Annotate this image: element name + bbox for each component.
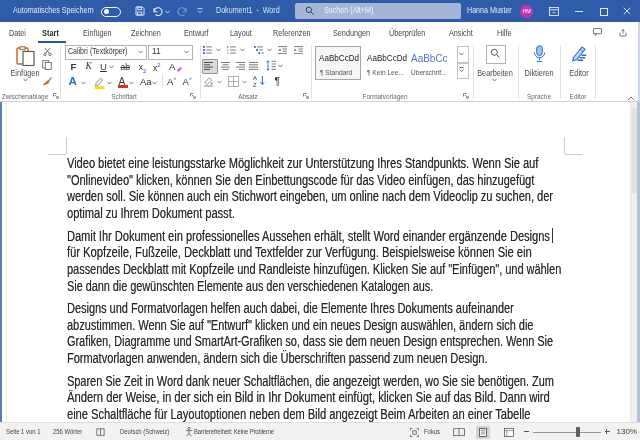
svg-text:Z: Z bbox=[253, 82, 257, 88]
svg-text:A: A bbox=[253, 75, 257, 81]
